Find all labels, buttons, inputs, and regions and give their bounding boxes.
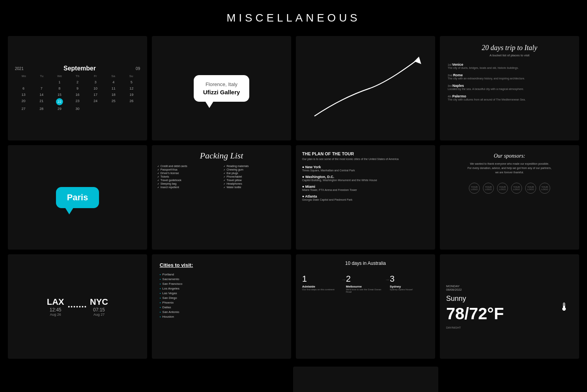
sponsor-logo: YOUR LOGO <box>483 183 494 194</box>
city-item: Los Angeles <box>160 287 283 290</box>
packing-item: Passport/Visa <box>157 168 220 171</box>
tour-plan-card: THE PLAN OF THE TOUR Our plan is to see … <box>296 145 435 250</box>
sponsor-logo: YOUR LOGO <box>511 183 522 194</box>
compass-svg: N S E W <box>334 390 397 392</box>
main-grid: 2021 September 09 MoTuWeThFrSaSu 12345 6… <box>0 32 587 367</box>
thermometer-icon: 🌡 <box>559 300 570 313</box>
packing-item: Tickets <box>157 175 220 178</box>
australia-steps: 1 Adelaide Our first steps on this conti… <box>302 274 429 293</box>
sponsor-title: Our sponsors: <box>448 153 571 159</box>
page-title: MISCELLANEOUS <box>0 0 587 32</box>
tour-city-newyork: ● New York Times Square, Manhattan and C… <box>302 165 429 172</box>
packing-item: Sleeping bag <box>157 182 220 185</box>
packing-item: Travel pillow <box>223 179 286 182</box>
weather-condition: Sunny <box>446 295 573 303</box>
arrow-chart-svg <box>296 36 435 140</box>
sponsor-logos: YOUR LOGO YOUR LOGO YOUR LOGO YOUR LOGO … <box>448 183 571 194</box>
svg-marker-0 <box>414 57 421 64</box>
cal-year: 2021 <box>15 67 23 71</box>
city-item: San Diego <box>160 296 283 300</box>
packing-item: Reading materials <box>223 165 286 167</box>
cal-days-grid: 12345 6789101112 13141516171819 20212223… <box>15 79 140 111</box>
flight-to-date: Aug 27 <box>90 313 108 316</box>
flight-card: LAX 12:45 Aug 26 NYC 07:15 Aug 27 <box>8 254 147 359</box>
packing-item: Phone/tablet <box>223 175 286 178</box>
compass-card: N S E W <box>293 367 438 392</box>
australia-step-1: 1 Adelaide Our first steps on this conti… <box>302 274 341 291</box>
city-item: Dallas <box>160 306 283 309</box>
italy-title: 20 days trip to Italy <box>448 44 571 52</box>
sponsor-logo: YOUR LOGO <box>539 183 550 194</box>
australia-title: 10 days in Australia <box>302 261 429 266</box>
flight-dots <box>68 306 86 307</box>
calendar-card: 2021 September 09 MoTuWeThFrSaSu 12345 6… <box>8 36 147 140</box>
cities-list: Portland Sacramento San Francisco Los An… <box>160 273 283 318</box>
today-marker: 22 <box>56 98 63 105</box>
cities-title: Cities to visit: <box>160 262 283 268</box>
arrow-chart-card <box>296 36 435 140</box>
sponsor-logo: YOUR LOGO <box>525 183 536 194</box>
aus-arrow-1: → <box>341 274 346 282</box>
italy-item-palermo: 4th Palermo The city with cultures from … <box>448 94 571 101</box>
australia-step-3: 3 Sydney Sydney Opera House! <box>390 274 429 291</box>
tour-city-atlanta: ● Atlanta Georgia State Capitol and Pied… <box>302 194 429 201</box>
flight-to-time: 07:15 <box>90 307 108 313</box>
italy-trip-card: 20 days trip to Italy A bucket list of p… <box>440 36 579 140</box>
weather-day: MONDAY <box>446 284 573 288</box>
weather-daynight: DAY/NIGHT <box>446 326 573 329</box>
weather-temp: 78/72°F <box>446 304 573 323</box>
packing-item: Chewing gum <box>223 168 286 171</box>
italy-item-rome: 2nd Rome The city with an extraordinary … <box>448 73 571 80</box>
australia-step-2: 2 Melbourne We'd love to see the Great O… <box>346 274 385 293</box>
flight-from-time: 12:45 <box>47 307 64 313</box>
australia-card: 10 days in Australia 1 Adelaide Our firs… <box>296 254 435 359</box>
city-item: San Antonio <box>160 310 283 314</box>
sponsor-logo: YOUR LOGO <box>469 183 480 194</box>
tour-title: THE PLAN OF THE TOUR <box>302 151 429 156</box>
flight-to-city: NYC <box>90 297 108 307</box>
bottom-row: N S E W <box>0 367 587 392</box>
city-item: Las Vegas <box>160 291 283 295</box>
packing-list-card: Packing List Credit and debit cards Pass… <box>152 145 291 250</box>
weather-card: MONDAY 08/08/2022 Sunny 78/72°F DAY/NIGH… <box>440 254 579 359</box>
aus-arrow-2: → <box>385 274 390 282</box>
italy-item-venice: 1st Venice The city of ducts, bridges, b… <box>448 63 571 69</box>
packing-columns: Credit and debit cards Passport/Visa Dri… <box>157 165 286 189</box>
cities-card: Cities to visit: Portland Sacramento San… <box>152 254 291 359</box>
cal-days-of-week: MoTuWeThFrSaSu <box>15 74 140 78</box>
paris-bubble: Paris <box>56 187 99 208</box>
packing-item: Travel guidebook <box>157 179 220 182</box>
packing-item: Ear plugs <box>223 172 286 174</box>
cal-day-num: 09 <box>136 67 140 71</box>
weather-date: 08/08/2022 <box>446 288 573 291</box>
packing-item: Insect repellent <box>157 186 220 189</box>
florence-place: Ufizzi Gallery <box>203 89 240 95</box>
packing-title: Packing List <box>157 151 286 161</box>
sponsor-text: We wanted to thank everyone who made our… <box>448 162 571 175</box>
calendar-grid: MoTuWeThFrSaSu 12345 6789101112 13141516… <box>15 74 140 111</box>
city-item: Phoenix <box>160 301 283 304</box>
florence-location: Florence, Italy <box>203 81 240 87</box>
flight-from-city: LAX <box>47 297 64 307</box>
cal-month: September <box>63 65 96 72</box>
italy-subtitle: A bucket list of places to visit <box>448 54 571 57</box>
city-item: Sacramento <box>160 277 283 281</box>
italy-item-naples: 3rd Naples Located by the sea. A beautif… <box>448 84 571 90</box>
packing-item: Credit and debit cards <box>157 165 220 167</box>
packing-item: Driver's license <box>157 172 220 174</box>
paris-card: Paris <box>8 145 147 250</box>
city-item: Houston <box>160 315 283 318</box>
florence-bubble: Florence, Italy Ufizzi Gallery <box>194 75 249 102</box>
florence-card: Florence, Italy Ufizzi Gallery <box>152 36 291 140</box>
packing-item: Headphones <box>223 182 286 185</box>
city-item: San Francisco <box>160 282 283 286</box>
sponsor-logo: YOUR LOGO <box>497 183 508 194</box>
flight-route: LAX 12:45 Aug 26 NYC 07:15 Aug 27 <box>15 297 140 316</box>
packing-item: Water bottle <box>223 186 286 189</box>
tour-subtitle: Our plan is to see some of the most icon… <box>302 158 429 160</box>
flight-from-date: Aug 26 <box>47 313 64 316</box>
city-item: Portland <box>160 273 283 276</box>
tour-city-miami: ● Miami Miami Tower, FTX Arena and Freed… <box>302 185 429 191</box>
tour-city-washington: ● Washington, D.C. Capitol Building, Was… <box>302 175 429 182</box>
sponsors-card: Our sponsors: We wanted to thank everyon… <box>440 145 579 250</box>
